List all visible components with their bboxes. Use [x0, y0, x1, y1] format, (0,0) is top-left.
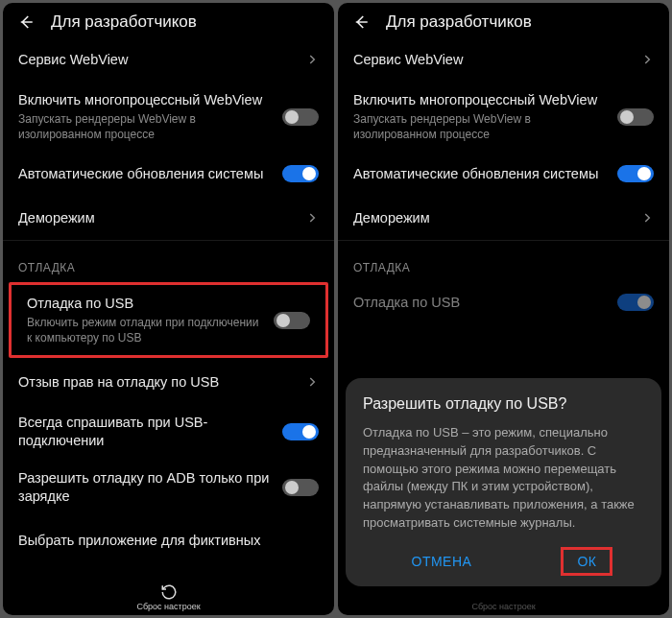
row-subtitle: Запускать рендереры WebView в изолирован… [18, 111, 273, 142]
bottom-bar: Сброс настроек [338, 596, 669, 615]
row-auto-update[interactable]: Автоматические обновления системы [3, 152, 334, 196]
row-title: Деморежим [353, 209, 631, 227]
row-demo-mode[interactable]: Деморежим [338, 196, 669, 240]
row-title: Автоматические обновления системы [353, 165, 608, 183]
back-arrow-icon[interactable] [16, 12, 36, 32]
row-webview-service[interactable]: Сервис WebView [338, 37, 669, 82]
row-title: Отзыв прав на отладку по USB [18, 373, 296, 392]
dialog-title: Разрешить отладку по USB? [363, 395, 644, 413]
bottom-label: Сброс настроек [471, 602, 535, 611]
toggle-auto-update[interactable] [282, 165, 319, 182]
chevron-right-icon [305, 375, 319, 389]
phone-left: Для разработчиков Сервис WebView Включит… [3, 3, 334, 615]
bottom-label: Сброс настроек [136, 602, 200, 611]
row-title: Деморежим [18, 209, 296, 227]
back-arrow-icon[interactable] [351, 12, 371, 32]
cancel-button[interactable]: ОТМЕНА [395, 546, 490, 577]
row-demo-mode[interactable]: Деморежим [3, 196, 334, 240]
section-divider [338, 240, 669, 248]
row-adb-charge-only[interactable]: Разрешить отладку по ADB только при заря… [3, 460, 334, 515]
phone-right: Для разработчиков Сервис WebView Включит… [338, 3, 669, 615]
dialog-body: Отладка по USB – это режим, специально п… [363, 424, 644, 533]
chevron-right-icon [305, 53, 319, 66]
row-multiprocess-webview[interactable]: Включить многопроцессный WebView Запуска… [338, 82, 669, 152]
row-auto-update[interactable]: Автоматические обновления системы [338, 152, 669, 196]
toggle-multiprocess[interactable] [617, 108, 654, 126]
chevron-right-icon [640, 211, 654, 225]
header: Для разработчиков [338, 3, 669, 37]
toggle-always-ask[interactable] [282, 423, 319, 440]
row-title: Отладка по USB [353, 294, 608, 312]
header-title: Для разработчиков [51, 12, 197, 32]
row-title: Включить многопроцессный WebView [353, 91, 608, 109]
row-always-ask-usb[interactable]: Всегда спрашивать при USB-подключении [3, 404, 334, 460]
highlight-usb-debug: Отладка по USB Включить режим отладки пр… [9, 282, 328, 358]
section-divider [3, 240, 334, 248]
row-usb-debug[interactable]: Отладка по USB [338, 280, 669, 324]
row-title: Включить многопроцессный WebView [18, 91, 273, 109]
toggle-adb-charge[interactable] [282, 479, 319, 496]
toggle-auto-update[interactable] [617, 165, 654, 182]
row-title: Выбрать приложение для фиктивных [18, 532, 319, 550]
row-title: Разрешить отладку по ADB только при заря… [18, 469, 273, 506]
row-title: Всегда спрашивать при USB-подключении [18, 414, 273, 450]
chevron-right-icon [640, 53, 654, 66]
reset-icon[interactable] [160, 583, 178, 601]
row-revoke-usb[interactable]: Отзыв прав на отладку по USB [3, 360, 334, 404]
usb-debug-dialog: Разрешить отладку по USB? Отладка по USB… [346, 378, 661, 586]
bottom-bar: Сброс настроек [3, 578, 334, 615]
row-usb-debug[interactable]: Отладка по USB Включить режим отладки пр… [12, 285, 325, 355]
header-title: Для разработчиков [386, 12, 532, 32]
settings-list: Сервис WebView Включить многопроцессный … [3, 37, 334, 578]
toggle-multiprocess[interactable] [282, 108, 319, 126]
dialog-actions: ОТМЕНА ОК [363, 546, 644, 577]
row-title: Отладка по USB [27, 295, 264, 313]
section-header-debug: ОТЛАДКА [3, 248, 334, 280]
ok-button[interactable]: ОК [561, 547, 612, 576]
header: Для разработчиков [3, 3, 334, 37]
row-title: Автоматические обновления системы [18, 165, 273, 183]
toggle-usb-debug[interactable] [617, 294, 654, 311]
row-subtitle: Включить режим отладки при подключении к… [27, 315, 264, 345]
row-title: Сервис WebView [353, 51, 631, 69]
row-multiprocess-webview[interactable]: Включить многопроцессный WebView Запуска… [3, 82, 334, 152]
row-select-mock-app[interactable]: Выбрать приложение для фиктивных [3, 515, 334, 559]
row-subtitle: Запускать рендереры WebView в изолирован… [353, 111, 608, 142]
chevron-right-icon [305, 211, 319, 225]
row-title: Сервис WebView [18, 51, 296, 69]
toggle-usb-debug[interactable] [274, 312, 310, 329]
row-webview-service[interactable]: Сервис WebView [3, 37, 334, 82]
section-header-debug: ОТЛАДКА [338, 248, 669, 280]
